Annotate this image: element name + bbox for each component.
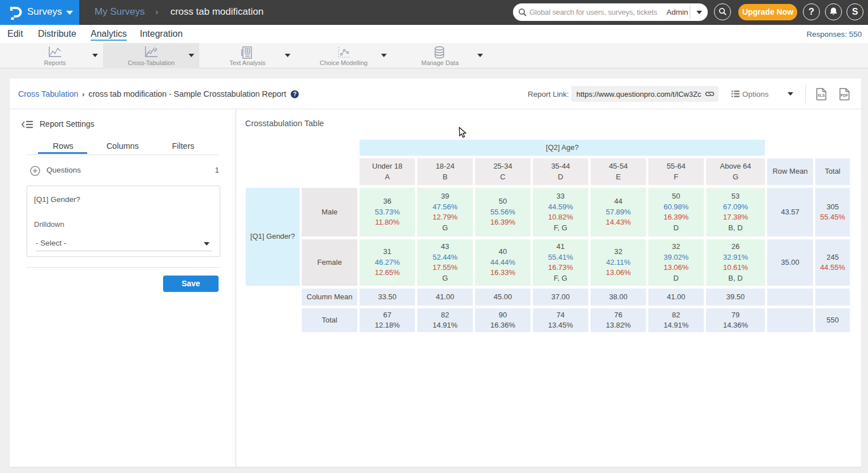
svg-text:?: ?	[293, 91, 297, 97]
svg-text:PDF: PDF	[841, 93, 848, 97]
svg-text:XLS: XLS	[818, 93, 825, 97]
